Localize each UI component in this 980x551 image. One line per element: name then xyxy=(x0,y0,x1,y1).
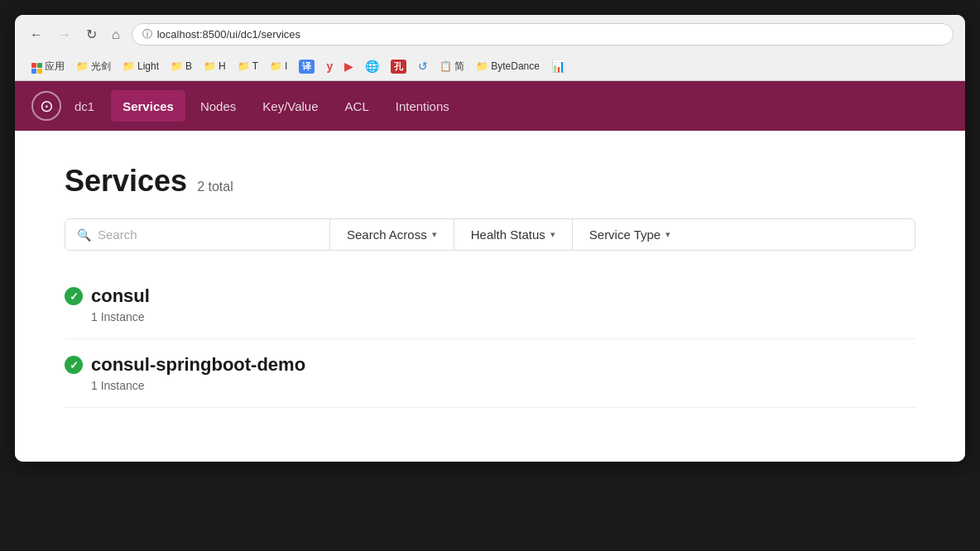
health-status-label: Health Status xyxy=(471,228,545,242)
bookmark-guangjian[interactable]: 📁 光剑 xyxy=(71,58,116,75)
page-title: Services xyxy=(65,164,187,199)
check-icon-springboot: ✓ xyxy=(70,359,79,371)
search-across-button[interactable]: Search Across ▾ xyxy=(330,219,454,250)
service-list: ✓ consul 1 Instance ✓ consul-springboot-… xyxy=(65,271,915,408)
bookmark-t[interactable]: 📁 T xyxy=(233,59,263,74)
nav-item-nodes[interactable]: Nodes xyxy=(189,90,247,122)
service-name-row-springboot: ✓ consul-springboot-demo xyxy=(65,354,915,376)
bookmark-guangjian-label: 光剑 xyxy=(91,60,111,74)
bookmark-jian[interactable]: 📋 简 xyxy=(435,58,469,75)
bookmark-jian-label: 简 xyxy=(454,60,464,74)
bookmark-youtube[interactable]: ▶ xyxy=(339,58,358,74)
bookmark-apps-label: 应用 xyxy=(45,60,65,74)
search-input[interactable] xyxy=(98,228,318,242)
service-name-row-consul: ✓ consul xyxy=(65,285,915,307)
health-check-springboot: ✓ xyxy=(65,356,83,374)
bookmarks-bar: 应用 📁 光剑 📁 Services Light 📁 B 📁 H 📁 T xyxy=(26,54,954,80)
service-name-consul: consul xyxy=(91,285,150,307)
forward-button[interactable]: → xyxy=(55,26,74,44)
service-type-chevron: ▾ xyxy=(665,229,670,240)
service-instances-consul: 1 Instance xyxy=(91,310,915,323)
browser-window: ← → ↻ ⌂ ⓘ localhost:8500/ui/dc1/services xyxy=(15,15,965,462)
consul-logo[interactable]: ⊙ xyxy=(31,91,61,121)
bookmark-i[interactable]: 📁 I xyxy=(265,59,292,74)
folder-icon-i: 📁 xyxy=(270,60,282,72)
filters-row: 🔍 Search Across ▾ Health Status ▾ Servic… xyxy=(65,218,915,251)
browser-controls: ← → ↻ ⌂ ⓘ localhost:8500/ui/dc1/services xyxy=(26,23,954,54)
reload-button[interactable]: ↻ xyxy=(83,25,100,44)
bookmark-refresh[interactable]: ↺ xyxy=(413,58,433,74)
search-across-label: Search Across xyxy=(347,228,427,242)
bookmark-bytedance[interactable]: 📁 ByteDance xyxy=(471,59,545,74)
service-type-label: Service Type xyxy=(589,228,661,242)
chart-icon: 📊 xyxy=(551,60,565,73)
bookmark-translate[interactable]: 译 xyxy=(294,58,319,75)
folder-icon-light: 📁 xyxy=(122,60,135,72)
page-title-row: Services 2 total xyxy=(65,164,915,199)
browser-chrome: ← → ↻ ⌂ ⓘ localhost:8500/ui/dc1/services xyxy=(15,15,965,81)
bookmark-light[interactable]: 📁 Services Light xyxy=(118,59,164,74)
nav-item-services[interactable]: Services xyxy=(111,90,185,122)
url-text: localhost:8500/ui/dc1/services xyxy=(157,28,300,41)
total-count: 2 total xyxy=(197,180,233,194)
nav-item-acl[interactable]: ACL xyxy=(334,90,381,122)
youtube-icon: ▶ xyxy=(344,60,353,73)
translate-icon: 译 xyxy=(299,60,315,74)
logo-symbol: ⊙ xyxy=(40,96,54,116)
address-bar[interactable]: ⓘ localhost:8500/ui/dc1/services xyxy=(132,23,954,46)
back-button[interactable]: ← xyxy=(26,26,46,44)
bookmark-b[interactable]: 📁 B xyxy=(166,59,197,74)
bookmark-light-text: Light xyxy=(137,60,159,72)
bookmark-apps[interactable]: 应用 xyxy=(26,57,70,75)
bookmark-chart[interactable]: 📊 xyxy=(546,58,570,74)
search-across-chevron: ▾ xyxy=(432,229,437,240)
consul-navbar: ⊙ dc1 Services Nodes Key/Value ACL Inten… xyxy=(15,81,965,131)
folder-icon-h: 📁 xyxy=(204,60,216,72)
service-item-consul[interactable]: ✓ consul 1 Instance xyxy=(65,271,915,339)
service-name-springboot: consul-springboot-demo xyxy=(91,354,305,376)
grid-icon xyxy=(31,59,42,74)
bookmark-confucius[interactable]: 孔 xyxy=(386,58,411,75)
check-icon-consul: ✓ xyxy=(70,290,79,303)
nav-items: Services Nodes Key/Value ACL Intentions xyxy=(111,81,461,131)
refresh-icon: ↺ xyxy=(418,60,428,73)
nav-item-intentions[interactable]: Intentions xyxy=(384,90,461,122)
youdao-icon: y xyxy=(326,60,333,73)
info-icon: ⓘ xyxy=(142,27,152,41)
bookmark-globe[interactable]: 🌐 xyxy=(360,58,384,74)
jian-icon: 📋 xyxy=(440,60,452,72)
bookmark-h-label: H xyxy=(219,60,226,72)
main-content: Services 2 total 🔍 Search Across ▾ Healt… xyxy=(15,131,965,462)
folder-icon-bd: 📁 xyxy=(476,60,488,72)
service-type-button[interactable]: Service Type ▾ xyxy=(573,219,687,250)
home-button[interactable]: ⌂ xyxy=(108,26,123,44)
globe-icon: 🌐 xyxy=(365,60,379,73)
bookmark-youdao[interactable]: y xyxy=(321,58,338,74)
bookmark-b-label: B xyxy=(185,60,192,72)
folder-icon-t: 📁 xyxy=(238,60,250,72)
dc-label: dc1 xyxy=(74,99,94,113)
health-check-consul: ✓ xyxy=(65,287,83,305)
search-input-wrapper: 🔍 xyxy=(65,219,330,250)
nav-item-keyvalue[interactable]: Key/Value xyxy=(251,90,329,122)
folder-icon-b: 📁 xyxy=(171,60,183,72)
bookmark-h[interactable]: 📁 H xyxy=(199,59,231,74)
health-status-button[interactable]: Health Status ▾ xyxy=(454,219,573,250)
bookmark-t-label: T xyxy=(252,60,258,72)
bookmark-i-label: I xyxy=(285,60,287,72)
search-icon: 🔍 xyxy=(77,228,91,242)
bookmark-bytedance-label: ByteDance xyxy=(491,60,540,72)
health-status-chevron: ▾ xyxy=(550,229,555,240)
service-instances-springboot: 1 Instance xyxy=(91,379,915,392)
service-item-springboot[interactable]: ✓ consul-springboot-demo 1 Instance xyxy=(65,339,915,408)
folder-icon: 📁 xyxy=(76,60,89,72)
confucius-icon: 孔 xyxy=(391,60,406,74)
